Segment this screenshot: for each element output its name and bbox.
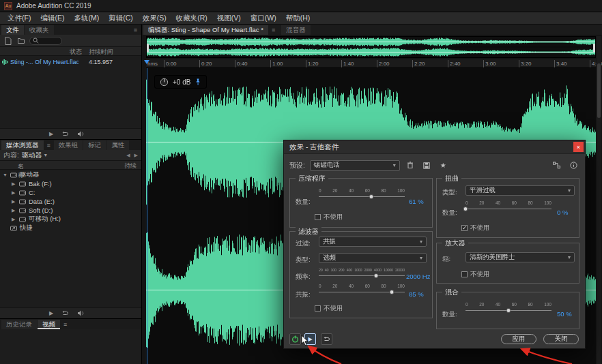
- gain-hud[interactable]: +0 dB: [154, 75, 207, 89]
- checkbox-box[interactable]: [461, 271, 468, 277]
- effect-power-toggle[interactable]: [289, 333, 301, 345]
- menu-item-edit[interactable]: 编辑(E): [35, 13, 69, 24]
- mix-amount-thumb[interactable]: [506, 308, 511, 313]
- distortion-amount-slider[interactable]: 020406080100: [465, 200, 551, 211]
- amplifier-bypass-checkbox[interactable]: 不使用: [461, 270, 490, 279]
- apply-button[interactable]: 应用: [501, 334, 536, 344]
- menu-item-help[interactable]: 帮助(H): [281, 13, 315, 24]
- contents-select[interactable]: 驱动器 ▾: [22, 151, 47, 160]
- tab-properties[interactable]: 属性: [106, 140, 129, 150]
- preset-select[interactable]: 锡罐电话 ▾: [310, 160, 400, 171]
- tree-item-shortcuts[interactable]: 快捷: [0, 224, 141, 232]
- filter-bypass-checkbox[interactable]: 不使用: [315, 304, 343, 313]
- mix-amount-value[interactable]: 50 %: [557, 310, 572, 318]
- panel-menu-icon[interactable]: ≡: [61, 320, 70, 329]
- filter-res-thumb[interactable]: [390, 290, 395, 294]
- preset-delete-button[interactable]: [405, 160, 416, 171]
- play-icon[interactable]: ▶: [49, 310, 53, 316]
- tree-item-bak[interactable]: ▶ Bak (F:): [0, 179, 141, 188]
- scrollbar-thumb[interactable]: [597, 63, 601, 118]
- speaker-icon[interactable]: [77, 131, 85, 137]
- compressor-bypass-checkbox[interactable]: 不使用: [315, 213, 343, 222]
- tab-files[interactable]: 文件: [1, 25, 24, 35]
- tree-collapsed-icon[interactable]: ▶: [12, 190, 16, 196]
- loop-button[interactable]: [321, 333, 332, 345]
- panel-menu-icon[interactable]: ≡: [269, 25, 278, 35]
- dialog-close-button[interactable]: ×: [573, 142, 584, 152]
- filter-freq-value[interactable]: 2000 Hz: [406, 273, 430, 280]
- tab-media-browser[interactable]: 媒体浏览器: [1, 140, 44, 150]
- tree-collapsed-icon[interactable]: ▶: [12, 208, 16, 213]
- overview-canvas[interactable]: [147, 37, 595, 57]
- playhead-line[interactable]: [147, 68, 147, 364]
- amplifier-box-select[interactable]: 清新的美国爵士 ▾: [465, 252, 575, 262]
- tab-editor[interactable]: 编辑器: Sting - Shape Of My Heart.flac *: [143, 25, 268, 35]
- tree-collapsed-icon[interactable]: ▶: [12, 181, 16, 187]
- open-folder-icon[interactable]: [16, 36, 26, 46]
- filter-freq-slider[interactable]: 20401002004001000200040001000020000: [319, 267, 405, 278]
- menu-item-favorites[interactable]: 收藏夹(R): [171, 13, 212, 24]
- loop-icon[interactable]: [61, 311, 69, 316]
- checkbox-box[interactable]: [315, 214, 321, 220]
- checkbox-box[interactable]: [315, 305, 321, 312]
- close-button[interactable]: 关闭: [543, 334, 579, 344]
- dialog-title-bar[interactable]: 效果 - 吉他套件: [284, 140, 585, 154]
- overview-right-handle[interactable]: [593, 44, 595, 52]
- distortion-amount-thumb[interactable]: [463, 207, 468, 211]
- tab-markers[interactable]: 标记: [83, 140, 106, 150]
- filter-res-value[interactable]: 85 %: [409, 290, 424, 298]
- back-icon[interactable]: ◀: [126, 153, 130, 158]
- compressor-amount-thumb[interactable]: [369, 194, 373, 199]
- tree-item-soft[interactable]: ▶ Soft (D:): [0, 206, 141, 215]
- play-icon[interactable]: ▶: [49, 131, 53, 137]
- distortion-amount-value[interactable]: 0 %: [557, 209, 568, 216]
- tab-mixer[interactable]: 混音器: [281, 25, 311, 35]
- tab-effects-rack[interactable]: 效果组: [54, 140, 83, 150]
- loop-icon[interactable]: [61, 132, 69, 137]
- tab-history[interactable]: 历史记录: [1, 320, 37, 329]
- tree-collapsed-icon[interactable]: ▶: [12, 199, 16, 204]
- distortion-type-select[interactable]: 平滑过载 ▾: [465, 185, 575, 196]
- column-duration[interactable]: 持续: [124, 162, 137, 170]
- forward-icon[interactable]: ▶: [134, 153, 138, 158]
- pin-icon[interactable]: [195, 78, 201, 86]
- tab-video[interactable]: 视频: [38, 320, 60, 329]
- menu-item-window[interactable]: 窗口(W): [246, 13, 281, 24]
- panel-menu-icon[interactable]: ≡: [44, 140, 53, 150]
- preset-save-button[interactable]: [421, 160, 433, 171]
- speaker-icon[interactable]: [77, 310, 85, 316]
- timeline-ruler[interactable]: hms 0:00 0:20 0:40 1:00 1:20 1:40 2:00 2…: [146, 59, 596, 68]
- tree-expanded-icon[interactable]: ▼: [3, 172, 8, 177]
- file-row[interactable]: Sting -... Of My Heart.flac * 4:15.957: [0, 57, 141, 66]
- menu-item-clip[interactable]: 剪辑(C): [104, 13, 138, 24]
- panel-menu-icon[interactable]: ≡: [131, 25, 140, 35]
- hud-gain-value[interactable]: +0 dB: [173, 78, 190, 86]
- distortion-bypass-checkbox[interactable]: ✓ 不使用: [461, 224, 490, 232]
- tree-item-removable[interactable]: ▶ 可移动 (H:): [0, 215, 141, 224]
- checkbox-box-checked[interactable]: ✓: [461, 225, 468, 231]
- menu-item-effects[interactable]: 效果(S): [138, 13, 171, 24]
- menu-item-view[interactable]: 视图(V): [212, 13, 246, 24]
- tree-collapsed-icon[interactable]: ▶: [12, 217, 16, 222]
- compressor-amount-slider[interactable]: 020406080100: [319, 188, 405, 199]
- knob-icon[interactable]: [160, 78, 169, 87]
- preview-play-button[interactable]: ▶: [304, 333, 316, 345]
- favorite-star-button[interactable]: ★: [438, 160, 449, 171]
- search-input[interactable]: [29, 37, 62, 45]
- menu-item-file[interactable]: 文件(F): [3, 13, 35, 24]
- compressor-amount-value[interactable]: 61 %: [409, 198, 424, 205]
- mix-amount-slider[interactable]: 020406080100: [465, 302, 551, 313]
- info-button[interactable]: [568, 160, 579, 171]
- routing-button[interactable]: [551, 160, 562, 171]
- overview-left-handle[interactable]: [147, 44, 149, 52]
- tree-item-data[interactable]: ▶ Data (E:): [0, 197, 141, 206]
- tree-item-c[interactable]: ▶ C:: [0, 188, 141, 197]
- filter-type-select[interactable]: 选频 ▾: [319, 253, 427, 263]
- menu-item-multitrack[interactable]: 多轨(M): [69, 13, 104, 24]
- overview-waveform[interactable]: [146, 36, 596, 58]
- filter-freq-thumb[interactable]: [374, 273, 379, 278]
- filter-filter-select[interactable]: 共振 ▾: [319, 237, 427, 247]
- playhead-marker[interactable]: [144, 60, 149, 64]
- tab-favorites[interactable]: 收藏夹: [25, 25, 54, 35]
- import-file-icon[interactable]: [3, 36, 13, 46]
